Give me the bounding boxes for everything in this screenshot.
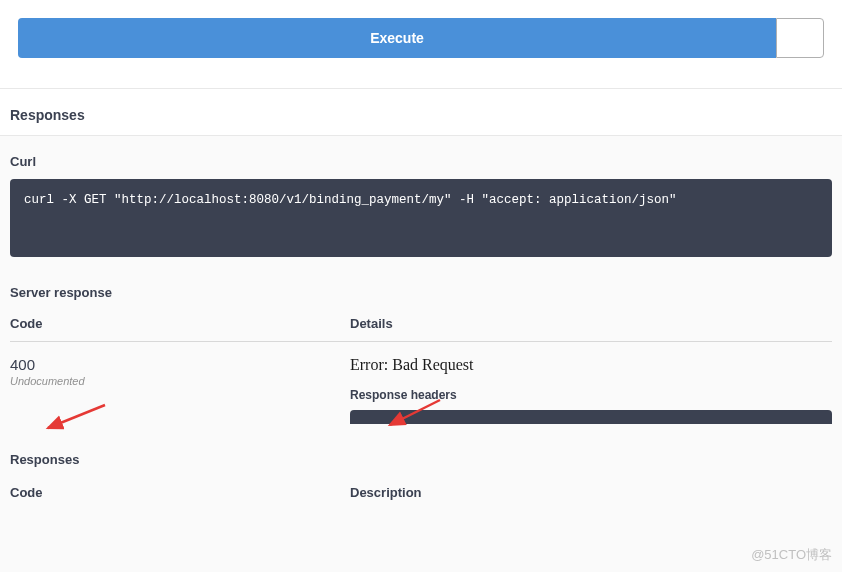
cancel-button[interactable] bbox=[776, 18, 824, 58]
code-header: Code bbox=[10, 316, 350, 331]
error-message: Error: Bad Request bbox=[350, 356, 832, 374]
server-response-label: Server response bbox=[10, 285, 832, 300]
response-table-header: Code Details bbox=[10, 316, 832, 342]
watermark: @51CTO博客 bbox=[751, 546, 832, 564]
curl-section: Curl curl -X GET "http://localhost:8080/… bbox=[0, 136, 842, 267]
responses-spec-section: Responses Code Description bbox=[0, 434, 842, 504]
details-header: Details bbox=[350, 316, 832, 331]
responses-title: Responses bbox=[10, 107, 832, 123]
button-row: Execute bbox=[18, 18, 824, 58]
curl-command-box[interactable]: curl -X GET "http://localhost:8080/v1/bi… bbox=[10, 179, 832, 257]
execute-button[interactable]: Execute bbox=[18, 18, 776, 58]
response-table-row: 400 Undocumented Error: Bad Request Resp… bbox=[10, 342, 832, 424]
details-cell: Error: Bad Request Response headers bbox=[350, 356, 832, 424]
response-headers-label: Response headers bbox=[350, 388, 832, 402]
code-header-2: Code bbox=[10, 485, 350, 500]
curl-label: Curl bbox=[10, 154, 832, 169]
status-code: 400 bbox=[10, 356, 350, 373]
server-response-section: Server response Code Details 400 Undocum… bbox=[0, 267, 842, 434]
undocumented-label: Undocumented bbox=[10, 375, 350, 387]
description-header: Description bbox=[350, 485, 832, 500]
responses-spec-header: Code Description bbox=[10, 485, 832, 500]
top-section: Execute bbox=[0, 0, 842, 89]
responses-spec-label: Responses bbox=[10, 452, 832, 467]
responses-section-header: Responses bbox=[0, 89, 842, 136]
code-cell: 400 Undocumented bbox=[10, 356, 350, 424]
response-headers-box[interactable] bbox=[350, 410, 832, 424]
